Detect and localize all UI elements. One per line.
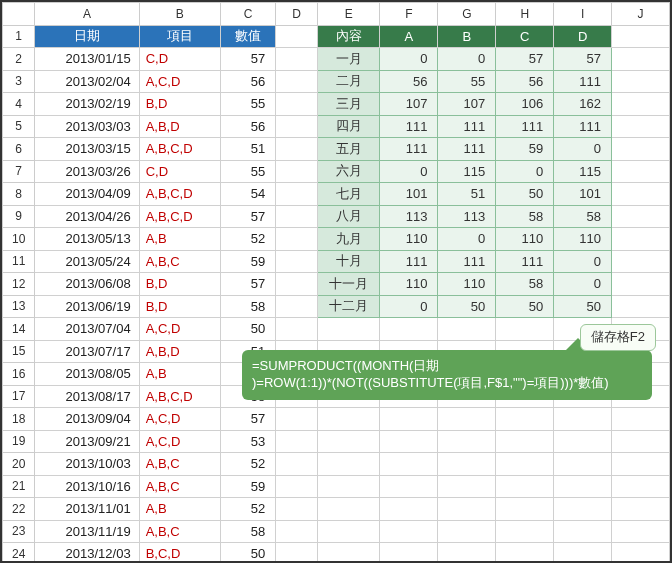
cell-H13[interactable]: 50	[496, 295, 554, 318]
cell-F4[interactable]: 107	[380, 93, 438, 116]
cell-C11[interactable]: 59	[220, 250, 276, 273]
cell-E10[interactable]: 九月	[317, 228, 380, 251]
cell-B18[interactable]: A,C,D	[139, 408, 220, 431]
cell-B19[interactable]: A,C,D	[139, 430, 220, 453]
cell-G9[interactable]: 113	[438, 205, 496, 228]
cell-J5[interactable]	[612, 115, 670, 138]
row-header-21[interactable]: 21	[3, 475, 35, 498]
cell-C4[interactable]: 55	[220, 93, 276, 116]
cell-D11[interactable]	[276, 250, 318, 273]
cell-G12[interactable]: 110	[438, 273, 496, 296]
row-header-19[interactable]: 19	[3, 430, 35, 453]
cell-A18[interactable]: 2013/09/04	[35, 408, 139, 431]
cell-A24[interactable]: 2013/12/03	[35, 543, 139, 564]
green-header-2[interactable]: B	[438, 25, 496, 48]
cell-G2[interactable]: 0	[438, 48, 496, 71]
cell-B24[interactable]: B,C,D	[139, 543, 220, 564]
cell-I9[interactable]: 58	[554, 205, 612, 228]
cell-F8[interactable]: 101	[380, 183, 438, 206]
cell-H6[interactable]: 59	[496, 138, 554, 161]
cell-G5[interactable]: 111	[438, 115, 496, 138]
col-header-A[interactable]: A	[35, 3, 139, 26]
cell-B23[interactable]: A,B,C	[139, 520, 220, 543]
cell-C22[interactable]: 52	[220, 498, 276, 521]
cell-B10[interactable]: A,B	[139, 228, 220, 251]
cell-B4[interactable]: B,D	[139, 93, 220, 116]
cell-A19[interactable]: 2013/09/21	[35, 430, 139, 453]
cell-B15[interactable]: A,B,D	[139, 340, 220, 363]
green-header-0[interactable]: 內容	[317, 25, 380, 48]
cell-H9[interactable]: 58	[496, 205, 554, 228]
cell-J13[interactable]	[612, 295, 670, 318]
cell-B13[interactable]: B,D	[139, 295, 220, 318]
cell-D1[interactable]	[276, 25, 318, 48]
cell-C18[interactable]: 57	[220, 408, 276, 431]
cell-F10[interactable]: 110	[380, 228, 438, 251]
cell-J4[interactable]	[612, 93, 670, 116]
row-header-9[interactable]: 9	[3, 205, 35, 228]
col-header-F[interactable]: F	[380, 3, 438, 26]
cell-H3[interactable]: 56	[496, 70, 554, 93]
cell-A8[interactable]: 2013/04/09	[35, 183, 139, 206]
blue-header-date[interactable]: 日期	[35, 25, 139, 48]
cell-G3[interactable]: 55	[438, 70, 496, 93]
cell-A10[interactable]: 2013/05/13	[35, 228, 139, 251]
row-header-10[interactable]: 10	[3, 228, 35, 251]
cell-C24[interactable]: 50	[220, 543, 276, 564]
cell-B6[interactable]: A,B,C,D	[139, 138, 220, 161]
cell-I3[interactable]: 111	[554, 70, 612, 93]
cell-I6[interactable]: 0	[554, 138, 612, 161]
row-header-3[interactable]: 3	[3, 70, 35, 93]
cell-A20[interactable]: 2013/10/03	[35, 453, 139, 476]
cell-J8[interactable]	[612, 183, 670, 206]
cell-E4[interactable]: 三月	[317, 93, 380, 116]
col-header-G[interactable]: G	[438, 3, 496, 26]
row-header-14[interactable]: 14	[3, 318, 35, 341]
cell-D12[interactable]	[276, 273, 318, 296]
cell-D20[interactable]	[276, 453, 318, 476]
cell-A15[interactable]: 2013/07/17	[35, 340, 139, 363]
cell-F12[interactable]: 110	[380, 273, 438, 296]
cell-E8[interactable]: 七月	[317, 183, 380, 206]
cell-I13[interactable]: 50	[554, 295, 612, 318]
cell-C5[interactable]: 56	[220, 115, 276, 138]
cell-A14[interactable]: 2013/07/04	[35, 318, 139, 341]
row-header-23[interactable]: 23	[3, 520, 35, 543]
col-header-H[interactable]: H	[496, 3, 554, 26]
cell-J18[interactable]	[612, 408, 670, 431]
cell-B7[interactable]: C,D	[139, 160, 220, 183]
cell-H8[interactable]: 50	[496, 183, 554, 206]
cell-C7[interactable]: 55	[220, 160, 276, 183]
cell-H4[interactable]: 106	[496, 93, 554, 116]
cell-G13[interactable]: 50	[438, 295, 496, 318]
cell-F6[interactable]: 111	[380, 138, 438, 161]
row-header-16[interactable]: 16	[3, 363, 35, 386]
col-header-I[interactable]: I	[554, 3, 612, 26]
cell-C3[interactable]: 56	[220, 70, 276, 93]
cell-J12[interactable]	[612, 273, 670, 296]
cell-F2[interactable]: 0	[380, 48, 438, 71]
cell-D10[interactable]	[276, 228, 318, 251]
blue-header-item[interactable]: 項目	[139, 25, 220, 48]
cell-F11[interactable]: 111	[380, 250, 438, 273]
cell-F5[interactable]: 111	[380, 115, 438, 138]
green-header-1[interactable]: A	[380, 25, 438, 48]
cell-F7[interactable]: 0	[380, 160, 438, 183]
cell-B22[interactable]: A,B	[139, 498, 220, 521]
cell-A9[interactable]: 2013/04/26	[35, 205, 139, 228]
col-header-D[interactable]: D	[276, 3, 318, 26]
cell-A2[interactable]: 2013/01/15	[35, 48, 139, 71]
cell-C20[interactable]: 52	[220, 453, 276, 476]
cell-E7[interactable]: 六月	[317, 160, 380, 183]
green-header-4[interactable]: D	[554, 25, 612, 48]
cell-J11[interactable]	[612, 250, 670, 273]
cell-F3[interactable]: 56	[380, 70, 438, 93]
cell-I5[interactable]: 111	[554, 115, 612, 138]
cell-A3[interactable]: 2013/02/04	[35, 70, 139, 93]
cell-A16[interactable]: 2013/08/05	[35, 363, 139, 386]
cell-A21[interactable]: 2013/10/16	[35, 475, 139, 498]
cell-C12[interactable]: 57	[220, 273, 276, 296]
row-header-17[interactable]: 17	[3, 385, 35, 408]
cell-J6[interactable]	[612, 138, 670, 161]
cell-D14[interactable]	[276, 318, 318, 341]
